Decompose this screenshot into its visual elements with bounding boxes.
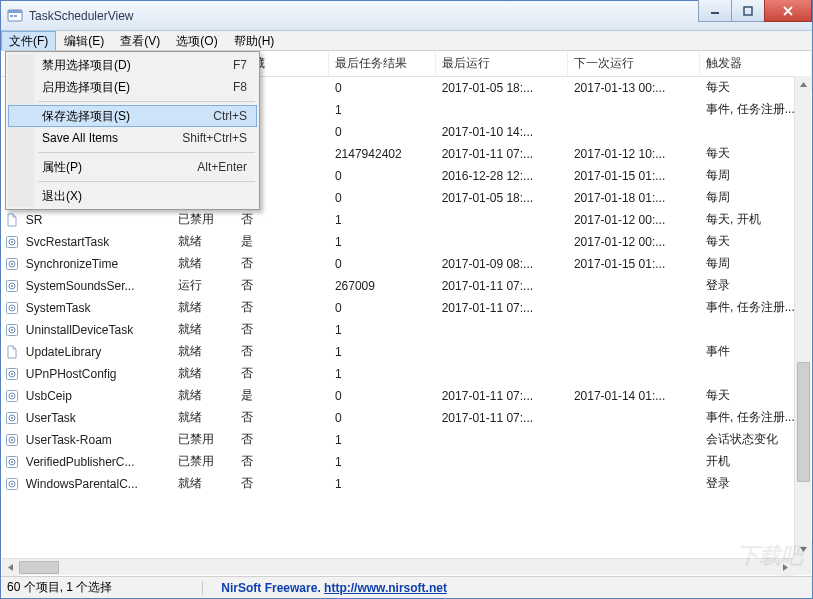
task-icon	[5, 323, 19, 337]
col-lastres[interactable]: 最后任务结果	[328, 51, 435, 77]
menu-view[interactable]: 查看(V)	[112, 31, 168, 50]
cell-name: UserTask	[19, 407, 172, 429]
row-icon-cell	[1, 297, 19, 319]
table-row[interactable]: VerifiedPublisherC...已禁用否1开机	[1, 451, 812, 473]
cell-nextrun: 2017-01-14 01:...	[567, 385, 699, 407]
row-icon-cell	[1, 253, 19, 275]
table-row[interactable]: UserTask-Roam已禁用否1会话状态变化	[1, 429, 812, 451]
menu-item[interactable]: Save All ItemsShift+Ctrl+S	[8, 127, 257, 149]
statusbar: 60 个项目, 1 个选择 NirSoft Freeware. http://w…	[1, 576, 812, 598]
cell-lastres: 0	[328, 165, 435, 187]
row-icon-cell	[1, 473, 19, 495]
table-row[interactable]: SystemSoundsSer...运行否2670092017-01-11 07…	[1, 275, 812, 297]
cell-lastres: 0	[328, 297, 435, 319]
cell-hidden: 否	[235, 253, 329, 275]
table-row[interactable]: UninstallDeviceTask就绪否1	[1, 319, 812, 341]
table-row[interactable]: SystemTask就绪否02017-01-11 07:...事件, 任务注册.…	[1, 297, 812, 319]
horizontal-scrollbar[interactable]	[2, 558, 794, 575]
row-icon-cell	[1, 407, 19, 429]
svg-point-41	[11, 373, 13, 375]
menubar: 文件(F) 编辑(E) 查看(V) 选项(O) 帮助(H)	[1, 31, 812, 51]
close-button[interactable]	[764, 0, 812, 22]
menu-item[interactable]: 禁用选择项目(D)F7	[8, 54, 257, 76]
menu-item-shortcut: Alt+Enter	[197, 160, 247, 174]
cell-name: UPnPHostConfig	[19, 363, 172, 385]
col-trigger[interactable]: 触发器	[700, 51, 812, 77]
table-row[interactable]: UPnPHostConfig就绪否1	[1, 363, 812, 385]
svg-point-44	[11, 395, 13, 397]
cell-status: 就绪	[172, 473, 235, 495]
svg-point-26	[11, 241, 13, 243]
minimize-button[interactable]	[698, 0, 732, 22]
file-menu-dropdown: 禁用选择项目(D)F7启用选择项目(E)F8保存选择项目(S)Ctrl+SSav…	[5, 51, 260, 210]
cell-lastres: 0	[328, 407, 435, 429]
cell-lastrun	[435, 429, 567, 451]
scroll-up-icon[interactable]	[795, 76, 812, 93]
credit-link[interactable]: http://www.nirsoft.net	[324, 581, 447, 595]
cell-lastrun	[435, 209, 567, 231]
cell-lastrun: 2017-01-11 07:...	[435, 143, 567, 165]
cell-lastrun	[435, 341, 567, 363]
hscroll-thumb[interactable]	[19, 561, 59, 574]
menu-help[interactable]: 帮助(H)	[226, 31, 283, 50]
menu-item-label: 保存选择项目(S)	[42, 108, 130, 125]
cell-lastrun: 2017-01-10 14:...	[435, 121, 567, 143]
cell-nextrun	[567, 429, 699, 451]
scroll-thumb[interactable]	[797, 362, 810, 482]
table-row[interactable]: UsbCeip就绪是02017-01-11 07:...2017-01-14 0…	[1, 385, 812, 407]
col-lastrun[interactable]: 最后运行	[435, 51, 567, 77]
table-row[interactable]: SR已禁用否12017-01-12 00:...每天, 开机	[1, 209, 812, 231]
table-row[interactable]: UpdateLibrary就绪否1事件	[1, 341, 812, 363]
cell-status: 就绪	[172, 319, 235, 341]
cell-nextrun: 2017-01-12 00:...	[567, 209, 699, 231]
cell-lastres: 0	[328, 121, 435, 143]
cell-lastres: 2147942402	[328, 143, 435, 165]
status-count: 60 个项目, 1 个选择	[7, 579, 112, 596]
row-icon-cell	[1, 429, 19, 451]
menu-item[interactable]: 保存选择项目(S)Ctrl+S	[8, 105, 257, 127]
col-nextrun[interactable]: 下一次运行	[567, 51, 699, 77]
cell-hidden: 是	[235, 231, 329, 253]
cell-nextrun: 2017-01-12 00:...	[567, 231, 699, 253]
menu-edit[interactable]: 编辑(E)	[56, 31, 112, 50]
cell-status: 运行	[172, 275, 235, 297]
menu-item[interactable]: 属性(P)Alt+Enter	[8, 156, 257, 178]
menu-file[interactable]: 文件(F)	[1, 31, 56, 50]
cell-lastrun: 2017-01-11 07:...	[435, 407, 567, 429]
cell-status: 就绪	[172, 385, 235, 407]
status-credit: NirSoft Freeware. http://www.nirsoft.net	[221, 581, 447, 595]
table-row[interactable]: SynchronizeTime就绪否02017-01-09 08:...2017…	[1, 253, 812, 275]
menu-options[interactable]: 选项(O)	[168, 31, 225, 50]
cell-name: WindowsParentalC...	[19, 473, 172, 495]
cell-hidden: 否	[235, 297, 329, 319]
menu-item-label: 禁用选择项目(D)	[42, 57, 131, 74]
menu-item[interactable]: 启用选择项目(E)F8	[8, 76, 257, 98]
table-row[interactable]: SvcRestartTask就绪是12017-01-12 00:...每天	[1, 231, 812, 253]
cell-status: 就绪	[172, 297, 235, 319]
cell-status: 就绪	[172, 363, 235, 385]
cell-name: VerifiedPublisherC...	[19, 451, 172, 473]
task-icon	[5, 279, 19, 293]
table-row[interactable]: WindowsParentalC...就绪否1登录	[1, 473, 812, 495]
titlebar: TaskSchedulerView	[1, 1, 812, 31]
row-icon-cell	[1, 275, 19, 297]
maximize-button[interactable]	[731, 0, 765, 22]
cell-lastrun: 2017-01-11 07:...	[435, 275, 567, 297]
status-separator	[202, 581, 203, 595]
scroll-down-icon[interactable]	[795, 541, 812, 558]
menu-item-shortcut: F7	[233, 58, 247, 72]
scroll-left-icon[interactable]	[2, 559, 19, 576]
row-icon-cell	[1, 363, 19, 385]
cell-lastres: 0	[328, 385, 435, 407]
table-row[interactable]: UserTask就绪否02017-01-11 07:...事件, 任务注册...	[1, 407, 812, 429]
cell-lastres: 1	[328, 319, 435, 341]
scroll-right-icon[interactable]	[777, 559, 794, 576]
cell-hidden: 否	[235, 341, 329, 363]
cell-lastrun	[435, 231, 567, 253]
cell-lastres: 1	[328, 231, 435, 253]
cell-hidden: 否	[235, 407, 329, 429]
cell-hidden: 否	[235, 275, 329, 297]
svg-point-38	[11, 329, 13, 331]
vertical-scrollbar[interactable]	[794, 76, 811, 558]
menu-item[interactable]: 退出(X)	[8, 185, 257, 207]
